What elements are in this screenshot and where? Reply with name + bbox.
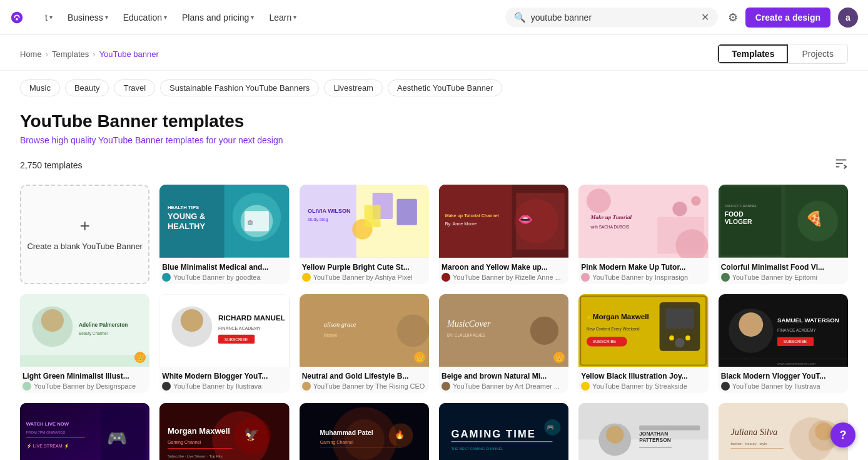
card-meta: Pink Modern Make Up Tutor... YouTube Ban… [578, 258, 708, 284]
settings-button[interactable]: ⚙ [728, 11, 738, 24]
filter-chip-aesthetic[interactable]: Aesthetic YouTube Banner [388, 79, 502, 96]
card-subtitle: YouTube Banner by Rizelle Anne ... [442, 273, 566, 282]
breadcrumb-templates[interactable]: Templates [52, 49, 89, 59]
card-title: Maroon and Yellow Make up... [442, 263, 566, 272]
search-input[interactable] [531, 13, 696, 23]
template-card[interactable]: ⚡ Morgan Maxwell New Content Every Weeke… [578, 294, 708, 394]
author-dot [721, 273, 730, 282]
template-card[interactable]: Adeline Palmerston Beauty Channel 👑 Ligh… [20, 294, 149, 394]
logo[interactable] [10, 11, 24, 24]
top-navigation: t ▾ Business ▾ Education ▾ Plans and pri… [0, 0, 868, 35]
clear-icon[interactable]: ✕ [701, 11, 709, 23]
card-title: Yellow Purple Bright Cute St... [302, 263, 426, 272]
search-bar: 🔍 ✕ [505, 8, 718, 27]
card-subtitle: YouTube Banner by Art Dreamer ... [442, 382, 566, 391]
chevron-icon: ▾ [293, 14, 296, 21]
card-thumbnail: MusicCover BY: CLAUDIA ALVES 👑 [439, 294, 568, 367]
nav-items: t ▾ Business ▾ Education ▾ Plans and pri… [39, 9, 505, 26]
view-toggle: Templates Projects [717, 44, 848, 64]
template-card[interactable]: HEALTH TIPS YOUNG & HEALTHY 🏥 Blue Minim… [159, 185, 289, 284]
card-title: Neutral and Gold Lifestyle B... [302, 372, 426, 381]
template-card[interactable]: Juliana Silva fashion · beauty · style J… [719, 403, 848, 460]
filter-chip-travel[interactable]: Travel [114, 79, 155, 96]
card-thumbnail: Juliana Silva fashion · beauty · style [719, 403, 848, 460]
template-count: 2,750 templates [20, 160, 83, 170]
template-card[interactable]: RICHARD MANUEL FINANCE ACADEMY SUBSCRIBE… [159, 294, 289, 394]
filter-chip-beauty[interactable]: Beauty [65, 79, 109, 96]
chevron-icon: ▾ [49, 14, 53, 21]
card-meta: Colorful Minimalist Food Vl... YouTube B… [719, 258, 848, 284]
template-card[interactable]: alison grace lifestyle 👑 Neutral and Gol… [300, 294, 429, 394]
svg-point-0 [11, 11, 23, 23]
template-card[interactable]: SAMUEL WATERSON FINANCE ACADEMY SUBSCRIB… [719, 294, 848, 394]
author-dot [23, 382, 31, 391]
card-thumbnail: FAUCET CHANNEL FOOD VLOGER 🍕 [719, 185, 848, 258]
avatar[interactable]: a [838, 8, 858, 28]
projects-view-button[interactable]: Projects [788, 44, 847, 63]
card-meta: Blue Minimalist Medical and... YouTube B… [159, 258, 289, 284]
template-card[interactable]: Morgan Maxwell Gaming Channel Subscribe … [159, 403, 289, 460]
author-dot [162, 382, 171, 391]
author-dot [581, 382, 590, 391]
author-dot [302, 273, 311, 282]
card-thumbnail: Make up Tutorial with SACHA DUBOIS [578, 185, 708, 258]
breadcrumb-sep-1: › [46, 49, 48, 59]
template-card[interactable]: Muhammad Patel Gaming Channel 🔥 Muhammad… [300, 403, 429, 460]
author-dot [442, 382, 450, 391]
template-card[interactable]: GAMING TIME THE BEST GAMING CHANNEL 🎮 Ga… [439, 403, 568, 460]
card-meta: Yellow Black Illustration Joy... YouTube… [578, 367, 708, 393]
help-button[interactable]: ? [830, 422, 855, 447]
template-count-row: 2,750 templates [0, 145, 868, 180]
template-card[interactable]: OLIVIA WILSON study blog Yellow Purple B… [300, 185, 429, 284]
nav-item-learn[interactable]: Learn ▾ [263, 9, 303, 26]
author-dot [581, 273, 590, 282]
chevron-icon: ▾ [105, 14, 108, 21]
card-thumbnail: JONATHAN PATTERSON [578, 403, 708, 460]
card-thumbnail: alison grace lifestyle 👑 [300, 294, 429, 367]
chevron-icon: ▾ [164, 14, 167, 21]
template-card[interactable]: Make up Tutorial Channel By: Anne Moore … [439, 185, 568, 284]
card-thumbnail: ⚡ Morgan Maxwell New Content Every Weeke… [578, 294, 708, 367]
page-title: YouTube Banner templates [20, 111, 848, 131]
card-title: Pink Modern Make Up Tutor... [581, 263, 705, 272]
templates-view-button[interactable]: Templates [718, 44, 788, 63]
filter-chip-livestream[interactable]: Livestream [324, 79, 383, 96]
plus-icon: + [79, 216, 89, 236]
card-title: Light Green Minimalist Illust... [23, 372, 147, 381]
card-title: Yellow Black Illustration Joy... [581, 372, 705, 381]
template-card[interactable]: Make up Tutorial with SACHA DUBOIS Pink … [578, 185, 708, 284]
card-subtitle: YouTube Banner by Ilustrava [162, 382, 286, 391]
create-design-button[interactable]: Create a design [745, 8, 830, 28]
card-subtitle: YouTube Banner by Inspirasign [581, 273, 705, 282]
card-meta: Neutral and Gold Lifestyle B... YouTube … [300, 367, 429, 393]
card-subtitle: YouTube Banner by Epitomi [721, 273, 845, 282]
breadcrumb-current: YouTube banner [99, 49, 159, 59]
blank-card-label: Create a blank YouTube Banner [27, 241, 143, 252]
template-card[interactable]: FAUCET CHANNEL FOOD VLOGER 🍕 Colorful Mi… [719, 185, 848, 284]
breadcrumb: Home › Templates › YouTube banner [20, 49, 159, 59]
card-meta: Black Modern Vlogger YouT... YouTube Ban… [719, 367, 848, 393]
nav-item-education[interactable]: Education ▾ [117, 9, 173, 26]
template-card[interactable]: JONATHAN PATTERSON Jonathan Patterson Yo… [578, 403, 708, 460]
template-grid: + Create a blank YouTube Banner HEALTH T… [0, 180, 868, 460]
breadcrumb-row: Home › Templates › YouTube banner Templa… [0, 35, 868, 71]
filter-chip-music[interactable]: Music [20, 79, 60, 96]
nav-item-business[interactable]: Business ▾ [61, 9, 114, 26]
card-thumbnail: SAMUEL WATERSON FINANCE ACADEMY SUBSCRIB… [719, 294, 848, 367]
nav-item-pricing[interactable]: Plans and pricing ▾ [176, 9, 260, 26]
filter-chip-sustainable[interactable]: Sustainable Fashion YouTube Banners [160, 79, 319, 96]
author-dot [442, 273, 450, 282]
template-card[interactable]: WATCH LIVE NOW FROM 7PM ONWARDS ⚡ LIVE S… [20, 403, 149, 460]
breadcrumb-home[interactable]: Home [20, 49, 42, 59]
sort-button[interactable] [834, 156, 848, 173]
template-card[interactable]: MusicCover BY: CLAUDIA ALVES 👑 Beige and… [439, 294, 568, 394]
card-subtitle: YouTube Banner by Ilustrava [721, 382, 845, 391]
card-subtitle: YouTube Banner by Streakside [581, 382, 705, 391]
card-title: Colorful Minimalist Food Vl... [721, 263, 845, 272]
card-meta: Maroon and Yellow Make up... YouTube Ban… [439, 258, 568, 284]
card-subtitle: YouTube Banner by The Rising CEO [302, 382, 426, 391]
create-blank-card[interactable]: + Create a blank YouTube Banner [20, 185, 149, 284]
card-thumbnail: HEALTH TIPS YOUNG & HEALTHY 🏥 [159, 185, 289, 258]
card-thumbnail: RICHARD MANUEL FINANCE ACADEMY SUBSCRIBE [159, 294, 289, 367]
nav-item-t[interactable]: t ▾ [39, 9, 59, 26]
